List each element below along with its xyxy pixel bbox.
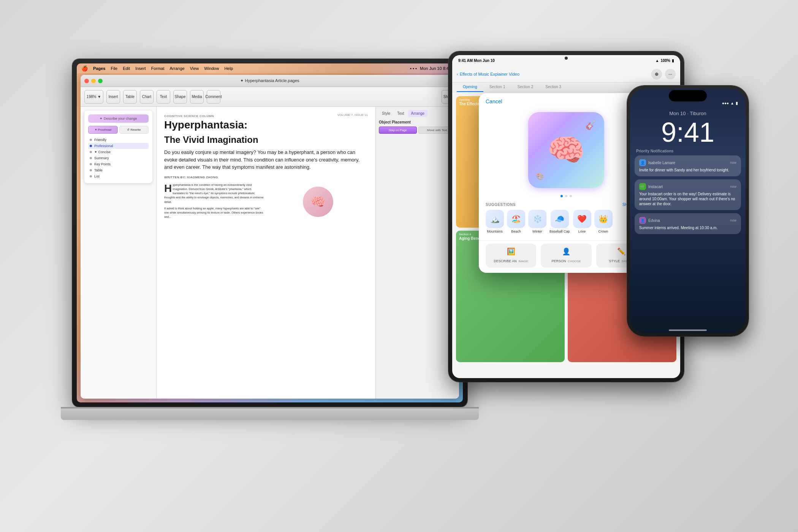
comment-btn[interactable]: Comment xyxy=(207,90,220,104)
macbook-screen-outer: 🍎 Pages File Edit Insert Format Arrange … xyxy=(72,59,467,407)
menu-file[interactable]: File xyxy=(111,66,117,71)
suggestions-label: SUGGESTIONS xyxy=(486,203,516,207)
pages-toolbar: 198% ▼ Insert Table Chart Text Shape Med… xyxy=(81,87,459,107)
ai-action-buttons: ✦ Proofread ↺ Rewrite xyxy=(88,126,149,134)
person-icon: 👤 xyxy=(545,247,587,256)
iphone-time-display: 9:41 xyxy=(630,117,746,149)
ai-panel-header[interactable]: ✦ Describe your change xyxy=(88,114,149,123)
close-button[interactable] xyxy=(84,79,89,83)
dynamic-island xyxy=(669,90,707,101)
back-label: Effects of Music Explainer Video xyxy=(460,72,519,76)
describe-sublabel: IMAGE xyxy=(518,260,528,263)
doc-illustration-emoji: 🧠 xyxy=(310,193,326,211)
beach-icon: 🏖️ xyxy=(507,210,525,228)
option-friendly[interactable]: Friendly xyxy=(88,137,149,143)
winter-icon: ❄️ xyxy=(528,210,546,228)
proofread-btn[interactable]: ✦ Proofread xyxy=(88,126,118,134)
toolbar-zoom-group: 198% ▼ xyxy=(84,90,103,104)
doc-para-1: Hyperphantasia is the condition of havin… xyxy=(164,183,264,204)
menu-view[interactable]: View xyxy=(190,66,199,71)
notif-time-instacart: now xyxy=(730,185,736,188)
tab-opening[interactable]: Opening xyxy=(457,82,483,92)
rewrite-btn[interactable]: ↺ Rewrite xyxy=(119,126,149,134)
cancel-button[interactable]: Cancel xyxy=(486,98,502,104)
iphone: ●●● ▲ ▮ Mon 10 · Tiburon 9:41 Priority N… xyxy=(627,86,749,336)
right-inspector-panel: Style Text Arrange Object Placement Stay… xyxy=(375,107,459,399)
insert-btn[interactable]: Insert xyxy=(106,90,120,104)
notification-instacart[interactable]: 🛒 Instacart now Your Instacart order is … xyxy=(635,179,741,210)
media-btn[interactable]: Media xyxy=(190,90,204,104)
tab-text[interactable]: Text xyxy=(394,110,407,117)
suggestion-baseball-cap[interactable]: 🧢 Baseball Cap xyxy=(549,210,570,233)
chart-btn[interactable]: Chart xyxy=(140,90,154,104)
tab-section1[interactable]: Section 1 xyxy=(483,82,511,92)
mac-menubar: 🍎 Pages File Edit Insert Format Arrange … xyxy=(77,63,463,73)
ipad-status-right: ▲ 100% ▮ xyxy=(656,59,674,63)
suggestion-beach[interactable]: 🏖️ Beach xyxy=(507,210,525,233)
notif-app-name-edvina: Edvina xyxy=(648,218,660,223)
minimize-button[interactable] xyxy=(91,79,96,83)
suggestion-love[interactable]: ❤️ Love xyxy=(573,210,591,233)
style-label: STYLE xyxy=(609,259,620,263)
pages-content-area: ✦ Describe your change ✦ Proofread ↺ Rew… xyxy=(81,107,459,399)
person-choose-btn[interactable]: 👤 PERSON CHOOSE xyxy=(541,244,591,268)
art-decoration: 🎨 xyxy=(536,172,544,180)
suggestion-label: Love xyxy=(578,230,586,233)
iphone-location: Mon 10 · Tiburon xyxy=(630,107,746,117)
notif-message-isabelle: Invite for dinner with Sandy and her boy… xyxy=(639,168,736,173)
notif-time-edvina: now xyxy=(730,218,736,222)
drop-cap: H xyxy=(164,184,172,193)
notif-app-icon-isabelle: 👤 xyxy=(639,159,646,166)
table-btn[interactable]: Table xyxy=(123,90,137,104)
menu-window[interactable]: Window xyxy=(204,66,219,71)
menu-insert[interactable]: Insert xyxy=(135,66,146,71)
doc-title: Hyperphantasia: xyxy=(164,119,368,131)
pages-sidebar: ✦ Describe your change ✦ Proofread ↺ Rew… xyxy=(81,107,157,399)
tab-section2[interactable]: Section 2 xyxy=(511,82,540,92)
suggestion-mountains[interactable]: 🏔️ Mountains xyxy=(486,210,504,233)
back-button[interactable]: ‹ Effects of Music Explainer Video xyxy=(457,72,519,76)
wifi-icon: ▲ xyxy=(730,101,734,105)
text-btn[interactable]: Text xyxy=(157,90,170,104)
option-table[interactable]: Table xyxy=(88,167,149,173)
iphone-screen: ●●● ▲ ▮ Mon 10 · Tiburon 9:41 Priority N… xyxy=(630,89,746,333)
suggestion-crown[interactable]: 👑 Crown xyxy=(594,210,613,233)
describe-image-btn[interactable]: 🖼️ DESCRIBE AN IMAGE xyxy=(486,244,536,268)
notification-edvina[interactable]: 👤 Edvina now Summer interns arrived. Mee… xyxy=(635,213,741,234)
menu-edit[interactable]: Edit xyxy=(123,66,130,71)
menu-pages[interactable]: Pages xyxy=(93,66,105,71)
more-icon-btn[interactable]: ··· xyxy=(665,69,676,79)
option-list[interactable]: List xyxy=(88,173,149,179)
traffic-lights xyxy=(84,79,103,83)
wifi-icon: ▪ ▪ ▪ xyxy=(410,66,417,71)
option-keypoints[interactable]: Key Points xyxy=(88,161,149,167)
option-professional[interactable]: Professional xyxy=(88,143,149,149)
option-concise[interactable]: ✦ Concise xyxy=(88,149,149,155)
apple-logo-icon: 🍎 xyxy=(81,65,88,71)
battery-text: 100% xyxy=(660,59,670,63)
stay-on-page-btn[interactable]: Stay on Page xyxy=(379,127,417,134)
window-title: ✦ Hyperphantasia Article.pages xyxy=(240,78,299,83)
doc-column-1: Hyperphantasia is the condition of havin… xyxy=(164,183,264,222)
tab-section3[interactable]: Section 3 xyxy=(539,82,567,92)
signal-icon: ●●● xyxy=(722,101,729,105)
tab-style[interactable]: Style xyxy=(379,110,393,117)
pages-window: ✦ Hyperphantasia Article.pages 198% ▼ In… xyxy=(81,75,459,399)
shape-btn[interactable]: Shape xyxy=(173,90,187,104)
notif-message-instacart: Your Instacart order is on the way! Deli… xyxy=(639,192,736,206)
dot-1 xyxy=(560,195,563,197)
menu-help[interactable]: Help xyxy=(224,66,233,71)
zoom-control[interactable]: 198% ▼ xyxy=(84,90,103,104)
ipad-time: 9:41 AM Mon Jun 10 xyxy=(458,59,495,63)
doc-intro: Do you easily conjure up mental imagery?… xyxy=(164,149,368,171)
menu-items: Pages File Edit Insert Format Arrange Vi… xyxy=(93,66,233,71)
search-icon-btn[interactable]: ⊕ xyxy=(651,69,662,79)
menu-format[interactable]: Format xyxy=(151,66,165,71)
person-sublabel: CHOOSE xyxy=(568,260,581,263)
menu-arrange[interactable]: Arrange xyxy=(169,66,184,71)
option-summary[interactable]: Summary xyxy=(88,155,149,161)
suggestion-winter[interactable]: ❄️ Winter xyxy=(528,210,546,233)
maximize-button[interactable] xyxy=(98,79,103,83)
notification-isabelle[interactable]: 👤 Isabelle Lamare now Invite for dinner … xyxy=(635,155,741,176)
tab-arrange[interactable]: Arrange xyxy=(408,110,428,117)
